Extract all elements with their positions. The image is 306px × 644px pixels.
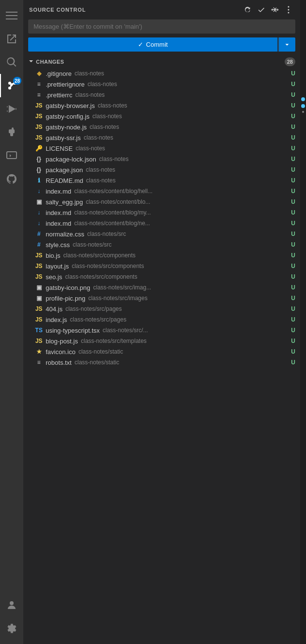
file-item[interactable]: ≡.prettierrcclass-notesU [23, 89, 300, 100]
file-name: gatsby-icon.png [46, 284, 90, 291]
file-item[interactable]: #style.cssclass-notes/srcU [23, 239, 300, 250]
txt-icon: ≡ [35, 358, 43, 366]
file-status: U [291, 134, 295, 141]
commit-label: Commit [146, 41, 168, 48]
file-path: class-notes [86, 166, 288, 173]
file-item[interactable]: TSusing-typescript.tsxclass-notes/src/..… [23, 325, 300, 336]
commit-checkmark: ✓ [138, 41, 143, 48]
file-item[interactable]: ≡.prettierignoreclass-notesU [23, 79, 300, 89]
file-item[interactable]: ▣salty_egg.jpgclass-notes/content/blo...… [23, 197, 300, 207]
img-icon: ▣ [35, 198, 43, 206]
file-path: class-notes [76, 145, 288, 152]
file-item[interactable]: JSgatsby-browser.jsclass-notesU [23, 100, 300, 111]
file-status: U [291, 338, 295, 344]
file-item[interactable]: ▣gatsby-icon.pngclass-notes/src/imag...U [23, 282, 300, 293]
explorer-icon[interactable] [0, 27, 23, 51]
more-actions-button[interactable] [283, 4, 294, 16]
css-icon: # [35, 241, 43, 249]
settings-activity-icon[interactable] [0, 617, 23, 640]
changes-chevron-icon [28, 59, 34, 65]
file-path: class-notes [92, 113, 287, 120]
file-status: U [291, 209, 295, 216]
img-icon: ▣ [35, 284, 43, 291]
svg-rect-6 [7, 152, 17, 159]
file-status: U [291, 70, 295, 77]
menu-icon[interactable] [0, 4, 23, 27]
favicon-icon: ★ [35, 348, 43, 356]
file-path: class-notes [84, 134, 287, 141]
account-activity-icon[interactable] [0, 593, 23, 617]
file-name: package-lock.json [46, 156, 96, 163]
js-icon: JS [35, 305, 43, 313]
file-item[interactable]: ℹREADME.mdclass-notesU [23, 175, 300, 186]
file-name: style.css [46, 241, 70, 249]
file-name: normalize.css [46, 231, 84, 238]
scroll-dot-1 [301, 97, 305, 101]
file-path: class-notes/src/components [72, 263, 288, 269]
file-list: ◆.gitignoreclass-notesU≡.prettierignorec… [23, 68, 300, 644]
file-name: blog-post.js [46, 338, 78, 345]
changes-count: 28 [285, 57, 295, 66]
file-name: robots.txt [46, 359, 71, 366]
file-item[interactable]: JSgatsby-config.jsclass-notesU [23, 111, 300, 122]
remote-activity-icon[interactable] [0, 144, 23, 167]
file-item[interactable]: ↓index.mdclass-notes/content/blog/ne...U [23, 218, 300, 229]
source-control-panel: SOURCE CONTROL ✓ Commit [23, 0, 300, 644]
activity-bar-bottom [0, 593, 23, 644]
activity-bar: 28 [0, 0, 23, 644]
file-item[interactable]: ↓index.mdclass-notes/content/blog/my...U [23, 207, 300, 218]
file-path: class-notes/content/blog/ne... [74, 220, 288, 227]
sync-button[interactable] [269, 4, 281, 16]
file-item[interactable]: ≡robots.txtclass-notes/staticU [23, 357, 300, 368]
file-item[interactable]: {}package-lock.jsonclass-notesU [23, 154, 300, 164]
js-icon: JS [35, 262, 43, 270]
file-status: U [291, 145, 295, 152]
commit-button[interactable]: ✓ Commit [28, 37, 277, 52]
md-icon: ↓ [35, 209, 43, 216]
svg-rect-0 [6, 12, 17, 13]
refresh-button[interactable] [242, 4, 254, 16]
file-status: U [291, 252, 295, 259]
file-status: U [291, 231, 295, 237]
file-name: index.md [46, 220, 71, 227]
file-item[interactable]: ▣profile-pic.pngclass-notes/src/imagesU [23, 293, 300, 304]
file-path: class-notes/src/images [88, 295, 288, 302]
file-item[interactable]: JSgatsby-node.jsclass-notesU [23, 122, 300, 132]
file-item[interactable]: JS404.jsclass-notes/src/pagesU [23, 304, 300, 314]
source-control-activity-icon[interactable]: 28 [0, 74, 23, 97]
file-item[interactable]: ★favicon.icoclass-notes/staticU [23, 346, 300, 357]
commit-dropdown-button[interactable] [279, 37, 295, 52]
github-activity-icon[interactable] [0, 167, 23, 191]
file-item[interactable]: {}package.jsonclass-notesU [23, 164, 300, 175]
search-activity-icon[interactable] [0, 51, 23, 74]
file-path: class-notes [98, 102, 287, 109]
changes-section-header[interactable]: Changes 28 [23, 55, 300, 68]
file-item[interactable]: #normalize.cssclass-notes/srcU [23, 229, 300, 239]
commit-all-button[interactable] [255, 4, 267, 16]
file-item[interactable]: ↓index.mdclass-notes/content/blog/hell..… [23, 186, 300, 197]
file-path: class-notes [74, 70, 287, 77]
commit-message-input[interactable] [28, 19, 295, 34]
file-item[interactable]: JSgatsby-ssr.jsclass-notesU [23, 132, 300, 143]
file-status: U [291, 327, 295, 334]
file-path: class-notes/src/components [63, 252, 287, 259]
file-status: U [291, 220, 295, 227]
file-name: index.md [46, 188, 71, 195]
file-item[interactable]: JSbio.jsclass-notes/src/componentsU [23, 250, 300, 261]
file-item[interactable]: JSlayout.jsclass-notes/src/componentsU [23, 261, 300, 271]
file-item[interactable]: JSblog-post.jsclass-notes/src/templatesU [23, 336, 300, 346]
file-item[interactable]: JSseo.jsclass-notes/src/componentsU [23, 271, 300, 282]
file-status: U [291, 295, 295, 302]
file-item[interactable]: ◆.gitignoreclass-notesU [23, 68, 300, 79]
extensions-activity-icon[interactable] [0, 121, 23, 144]
file-path: class-notes [99, 156, 287, 162]
file-item[interactable]: 🔑LICENSEclass-notesU [23, 143, 300, 154]
file-name: salty_egg.jpg [46, 198, 83, 206]
file-item[interactable]: JSindex.jsclass-notes/src/pagesU [23, 314, 300, 325]
file-path: class-notes/src/templates [81, 338, 287, 344]
prettierrc-icon: ≡ [35, 91, 43, 99]
run-debug-activity-icon[interactable] [0, 97, 23, 121]
button-separator [278, 37, 278, 52]
file-name: README.md [46, 177, 83, 184]
prettierignore-icon: ≡ [35, 80, 43, 88]
